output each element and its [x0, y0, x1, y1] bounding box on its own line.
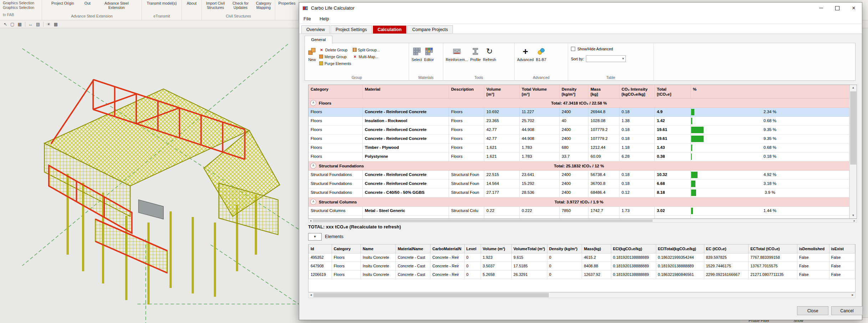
elements-column-header[interactable]: Level — [464, 244, 481, 253]
elements-column-header[interactable]: ECITotal(kgCO₂e/kg) — [656, 244, 704, 253]
scroll-left-icon[interactable]: ◄ — [308, 219, 313, 222]
show-hide-advanced-checkbox[interactable] — [571, 47, 575, 51]
ribbon-item[interactable]: Import Civil Structures — [202, 1, 229, 10]
sun-icon[interactable]: ☀ — [47, 22, 51, 26]
ribbon-item[interactable]: Project Origin — [50, 1, 75, 5]
elements-column-header[interactable]: VolumeTotal (m³) — [511, 244, 547, 253]
scrollbar-thumb[interactable] — [313, 219, 653, 222]
select-materials-button[interactable]: Select — [410, 45, 423, 63]
close-button[interactable]: Close — [797, 306, 828, 315]
ribbon-item[interactable]: Out — [83, 1, 92, 5]
ribbon-item[interactable]: Advance Steel Extension — [100, 1, 133, 10]
scroll-left-icon[interactable]: ◄ — [308, 293, 313, 298]
ribbon-item[interactable]: Properties — [277, 1, 297, 5]
element-row[interactable]: 1206619FloorsInsitu ConcreteConcrete - C… — [309, 270, 855, 279]
material-row[interactable]: Structural FoundationsConcrete - C40/50 … — [308, 188, 849, 197]
material-row[interactable]: FloorsTimber - PlywoodFloors1.6211.78368… — [308, 143, 849, 152]
render-icon[interactable]: ▩ — [54, 22, 58, 26]
ribbon-item[interactable]: About — [186, 1, 198, 5]
tab-calculation[interactable]: Calculation — [373, 25, 407, 34]
reinforcement-button[interactable]: Reinforcem... — [445, 45, 469, 63]
material-row[interactable]: FloorsPolystyreneFloors1.6211.78333.760.… — [308, 152, 849, 161]
group-row-structural-foundations[interactable]: ∧Structural FoundationsTotal: 25.1832 tC… — [308, 161, 849, 171]
material-editor-button[interactable]: Editor — [423, 45, 435, 63]
advanced-button[interactable]: + Advanced — [516, 45, 535, 63]
new-group-button[interactable]: New — [306, 45, 318, 63]
title-bar[interactable]: Carbo Life Calculator × — [299, 2, 862, 14]
purge-elements-button[interactable]: Purge Elements — [319, 61, 351, 66]
multi-map-button[interactable]: ×Multi-Map... — [353, 54, 380, 59]
elements-column-header[interactable]: CarboMaterialN — [430, 244, 464, 253]
column-header[interactable]: Mass[kg] — [588, 85, 619, 99]
elements-column-header[interactable]: EC (tCO₂e) — [704, 244, 748, 253]
refresh-button[interactable]: ↻ Refresh — [482, 45, 497, 63]
element-row[interactable]: 495352FloorsInsitu ConcreteConcrete - Ca… — [309, 253, 855, 262]
material-row[interactable]: Structural FoundationsConcrete - Reinfor… — [308, 180, 849, 188]
material-row[interactable]: FloorsInsulation - RockwoolFloors23.3652… — [308, 117, 849, 126]
group-row-structural-columns[interactable]: ∧Structural ColumnsTotal: 3.9727 tCO₂ / … — [308, 197, 849, 207]
elements-column-header[interactable]: isDemolished — [797, 244, 829, 253]
merge-group-button[interactable]: Merge Group — [319, 54, 351, 59]
ribbon-item[interactable]: Check for Updates — [229, 1, 252, 10]
b1-b7-button[interactable]: B1-B7 — [535, 45, 547, 63]
scroll-right-icon[interactable]: ► — [852, 219, 857, 222]
ribbon-item[interactable]: Transmit model(s) — [145, 1, 178, 5]
minimize-button[interactable] — [813, 2, 829, 14]
material-row[interactable]: FloorsConcrete - Reinforced ConcreteFloo… — [308, 108, 849, 117]
menu-help[interactable]: Help — [320, 16, 329, 21]
sort-by-dropdown[interactable]: ▼ — [586, 55, 626, 62]
elements-column-header[interactable]: ECTotal (tCO₂e) — [749, 244, 797, 253]
elements-column-header[interactable]: MaterialName — [396, 244, 430, 253]
tab-general[interactable]: General — [305, 36, 332, 44]
tab-project-settings[interactable]: Project Settings — [331, 25, 372, 34]
column-header[interactable]: CO₂ Intensity[kgCO₂e/kg] — [619, 85, 655, 99]
ribbon-item[interactable]: Graphics Selection — [3, 5, 39, 10]
cancel-button[interactable]: Cancel — [831, 306, 863, 315]
close-icon[interactable]: × — [846, 2, 862, 14]
ribbon-item[interactable]: Graphics Selection — [3, 1, 39, 5]
scroll-right-icon[interactable]: ► — [850, 293, 855, 298]
scroll-up-icon[interactable]: ▲ — [850, 85, 857, 91]
elements-horizontal-scrollbar[interactable]: ◄ ► — [308, 292, 856, 298]
menu-file[interactable]: File — [303, 16, 311, 21]
maximize-button[interactable] — [829, 2, 846, 14]
column-header[interactable]: Volume[m³] — [484, 85, 520, 99]
elements-column-header[interactable]: Volume (m³) — [481, 244, 511, 253]
selection-box-icon[interactable]: ▢ — [10, 22, 14, 26]
delete-group-button[interactable]: ×Delete Group — [319, 47, 351, 52]
elements-column-header[interactable]: ECI(kgCO₂e/kg) — [611, 244, 656, 253]
column-header[interactable]: Density[kg/m³] — [560, 85, 588, 99]
elements-column-header[interactable]: Id — [309, 244, 332, 253]
column-header[interactable]: Material — [363, 85, 449, 99]
tab-compare-projects[interactable]: Compare Projects — [407, 25, 453, 34]
element-row[interactable]: 647908FloorsInsitu ConcreteConcrete - Ca… — [309, 262, 855, 270]
elements-column-header[interactable]: Mass(kg) — [582, 244, 611, 253]
pointer-icon[interactable]: ↖ — [4, 22, 7, 26]
ribbon-item[interactable]: Category Mapping — [252, 1, 275, 10]
grid-vertical-scrollbar[interactable]: ▲ ▼ — [849, 85, 857, 218]
column-header[interactable]: Total Volume[m³] — [520, 85, 560, 99]
column-header[interactable]: Description — [449, 85, 484, 99]
elements-column-header[interactable]: Category — [332, 244, 361, 253]
elements-column-header[interactable]: Name — [361, 244, 396, 253]
column-header[interactable]: Category — [308, 85, 363, 99]
scroll-down-icon[interactable]: ▼ — [850, 213, 857, 218]
column-header[interactable]: % — [691, 85, 849, 99]
column-header[interactable]: Total[tCO₂e] — [655, 85, 691, 99]
grid-horizontal-scrollbar[interactable]: ◄ ► — [308, 219, 857, 223]
material-row[interactable]: Structural ColumnsMetal - Steel GenericS… — [308, 207, 849, 216]
material-row[interactable]: FloorsConcrete - Reinforced ConcreteFloo… — [308, 126, 849, 135]
elements-column-header[interactable]: isExist — [829, 244, 855, 253]
elements-column-header[interactable]: Density (kg/m³) — [547, 244, 582, 253]
scrollbar-thumb[interactable] — [313, 293, 549, 297]
measure-icon[interactable]: ↔ — [29, 22, 33, 26]
material-row[interactable]: Structural FoundationsConcrete - Reinfor… — [308, 171, 849, 180]
group-row-floors[interactable]: ∧FloorsTotal: 47.3418 tCO₂ / 22.58 % — [308, 99, 849, 108]
profile-button[interactable]: Profile — [469, 45, 482, 63]
tab-overview[interactable]: Overview — [301, 25, 330, 34]
elements-dropdown[interactable]: ▼ — [308, 233, 322, 241]
scrollbar-thumb[interactable] — [850, 91, 856, 165]
material-row[interactable]: FloorsConcrete - Reinforced ConcreteFloo… — [308, 135, 849, 143]
grid-icon[interactable]: ▦ — [17, 22, 21, 26]
section-icon[interactable]: ▧ — [36, 22, 40, 26]
